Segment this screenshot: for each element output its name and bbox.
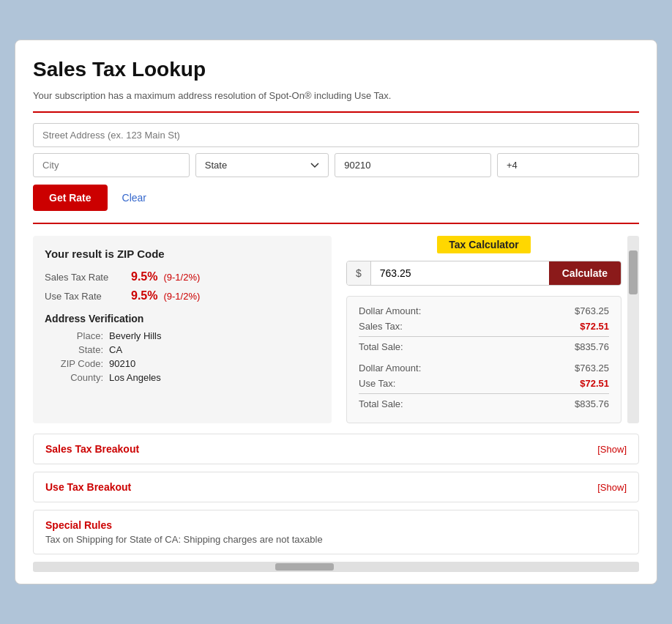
sales-tax-rate-row: Sales Tax Rate 9.5% (9-1/2%) xyxy=(45,270,320,283)
dollar-amount-label-2: Dollar Amount: xyxy=(359,363,421,374)
page-title: Sales Tax Lookup xyxy=(33,58,639,81)
sales-tax-value: 9.5% xyxy=(131,270,157,283)
use-tax-label: Use Tax Rate xyxy=(45,291,125,302)
place-value: Beverly Hills xyxy=(109,330,162,341)
use-tax-breakout-show[interactable]: [Show] xyxy=(597,482,627,493)
zip-key: ZIP Code: xyxy=(45,358,103,369)
dollar-amount-label-1: Dollar Amount: xyxy=(359,305,421,316)
dollar-amount-value-1: $763.25 xyxy=(575,305,609,316)
state-key: State: xyxy=(45,344,103,355)
county-key: County: xyxy=(45,372,103,383)
sales-tax-fraction: (9-1/2%) xyxy=(163,272,200,283)
clear-link[interactable]: Clear xyxy=(122,192,146,204)
horizontal-scrollbar[interactable] xyxy=(33,562,639,572)
total-sale-value-2: $835.76 xyxy=(575,398,609,409)
city-state-row: State CA NY TX xyxy=(33,153,639,177)
total-sale-label-1: Total Sale: xyxy=(359,341,403,352)
total-sale-value-1: $835.76 xyxy=(575,341,609,352)
use-tax-breakout-title: Use Tax Breakout xyxy=(45,481,131,493)
calc-section-gap: Dollar Amount: $763.25 Use Tax: $72.51 T… xyxy=(359,363,609,409)
special-rules-title: Special Rules xyxy=(45,519,627,531)
sales-tax-label: Sales Tax Rate xyxy=(45,272,125,283)
place-key: Place: xyxy=(45,330,103,341)
zip4-input[interactable] xyxy=(497,153,639,177)
dollar-amount-value-2: $763.25 xyxy=(575,363,609,374)
special-rules-section: Special Rules Tax on Shipping for State … xyxy=(33,510,639,554)
main-container: Sales Tax Lookup Your subscription has a… xyxy=(15,40,657,584)
dollar-amount-row-2: Dollar Amount: $763.25 xyxy=(359,363,609,374)
tax-calculator-header: Tax Calculator xyxy=(346,236,621,253)
tax-calculator-badge: Tax Calculator xyxy=(437,236,530,253)
address-verification-title: Address Verification xyxy=(45,313,320,324)
scrollbar-thumb[interactable] xyxy=(629,250,638,294)
county-value: Los Angeles xyxy=(109,372,161,383)
state-value: CA xyxy=(109,344,122,355)
use-tax-fraction: (9-1/2%) xyxy=(163,291,200,302)
get-rate-button[interactable]: Get Rate xyxy=(33,185,108,211)
address-section: State CA NY TX xyxy=(33,123,639,177)
place-row: Place: Beverly Hills xyxy=(45,330,320,341)
use-tax-value: 9.5% xyxy=(131,289,157,302)
calc-results: Dollar Amount: $763.25 Sales Tax: $72.51… xyxy=(346,296,621,423)
button-row: Get Rate Clear xyxy=(33,185,639,224)
special-rules-text: Tax on Shipping for State of CA: Shippin… xyxy=(45,534,627,545)
state-row: State: CA xyxy=(45,344,320,355)
use-tax-breakout-section: Use Tax Breakout [Show] xyxy=(33,472,639,502)
address-verification: Address Verification Place: Beverly Hill… xyxy=(45,313,320,383)
horizontal-scrollbar-thumb[interactable] xyxy=(275,563,334,571)
results-wrapper: Your result is ZIP Code Sales Tax Rate 9… xyxy=(33,236,639,423)
sales-tax-breakout-section: Sales Tax Breakout [Show] xyxy=(33,434,639,464)
state-select[interactable]: State CA NY TX xyxy=(195,153,329,177)
dollar-sign-label: $ xyxy=(347,261,371,285)
dollar-amount-row-1: Dollar Amount: $763.25 xyxy=(359,305,609,316)
subscription-note: Your subscription has a maximum address … xyxy=(33,90,639,113)
use-tax-rate-row: Use Tax Rate 9.5% (9-1/2%) xyxy=(45,289,320,302)
result-header: Your result is ZIP Code xyxy=(45,248,320,260)
city-input[interactable] xyxy=(33,153,190,177)
zip-value: 90210 xyxy=(109,358,135,369)
zip-row: ZIP Code: 90210 xyxy=(45,358,320,369)
zip-input[interactable] xyxy=(335,153,491,177)
use-tax-calc-label: Use Tax: xyxy=(359,378,395,389)
calculate-button[interactable]: Calculate xyxy=(549,261,621,285)
amount-input[interactable] xyxy=(371,261,549,285)
sales-tax-calc-label: Sales Tax: xyxy=(359,321,403,332)
county-row: County: Los Angeles xyxy=(45,372,320,383)
calc-input-row: $ Calculate xyxy=(346,261,621,286)
use-tax-calc-value: $72.51 xyxy=(580,378,609,389)
street-address-input[interactable] xyxy=(33,123,639,147)
sales-tax-calc-row: Sales Tax: $72.51 xyxy=(359,321,609,332)
total-sale-row-2: Total Sale: $835.76 xyxy=(359,393,609,409)
use-tax-calc-row: Use Tax: $72.51 xyxy=(359,378,609,389)
result-left-panel: Your result is ZIP Code Sales Tax Rate 9… xyxy=(33,236,332,423)
results-inner: Your result is ZIP Code Sales Tax Rate 9… xyxy=(33,236,621,423)
total-sale-row-1: Total Sale: $835.76 xyxy=(359,336,609,352)
total-sale-label-2: Total Sale: xyxy=(359,398,403,409)
sales-tax-breakout-show[interactable]: [Show] xyxy=(597,444,627,455)
sales-tax-breakout-title: Sales Tax Breakout xyxy=(45,443,139,455)
sales-tax-calc-value: $72.51 xyxy=(580,321,609,332)
vertical-scrollbar[interactable] xyxy=(627,236,639,423)
result-right-panel: Tax Calculator $ Calculate Dollar Amount… xyxy=(346,236,621,423)
